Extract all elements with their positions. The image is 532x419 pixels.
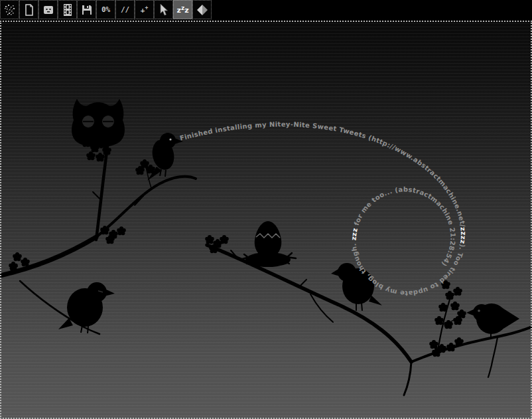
new-document-icon [24, 4, 34, 16]
bird-eye [478, 309, 480, 312]
save-button[interactable] [77, 0, 96, 19]
sleep-icon: zzz [176, 5, 188, 15]
nest-with-egg [240, 221, 296, 267]
cursor-button[interactable] [154, 0, 173, 19]
particles-icon [4, 4, 16, 16]
diamond-button[interactable] [192, 0, 212, 19]
sleeping-owl-silhouette [72, 99, 125, 147]
app-window: 0% // ++ zzz [0, 0, 532, 419]
toolbar: 0% // ++ zzz [0, 0, 532, 21]
cursor-icon [159, 4, 168, 16]
night-scene: Finished installing my Nitey-Nite Sweet … [0, 21, 532, 419]
tweet-text: Finished installing my Nitey-Nite Sweet … [179, 120, 467, 297]
face-icon [43, 5, 54, 15]
percent-label: 0% [101, 5, 110, 14]
filmstrip-button[interactable] [58, 0, 77, 19]
add-button[interactable]: ++ [135, 0, 154, 19]
sleeping-bird-silhouette [58, 282, 115, 333]
tweet-spiral-path [180, 127, 461, 292]
diamond-icon [196, 4, 209, 16]
perched-bird-silhouette [147, 133, 183, 181]
face-button[interactable] [38, 0, 58, 19]
save-icon [82, 5, 92, 15]
bird-eye [169, 138, 171, 140]
filmstrip-icon [64, 4, 72, 16]
slashes-label: // [121, 5, 129, 14]
egg-silhouette [255, 221, 282, 258]
add-label: ++ [141, 5, 148, 15]
canvas[interactable]: Finished installing my Nitey-Nite Sweet … [0, 21, 532, 419]
percent-button[interactable]: 0% [96, 0, 115, 19]
new-document-button[interactable] [19, 0, 38, 19]
particles-button[interactable] [0, 0, 19, 19]
slashes-button[interactable]: // [115, 0, 135, 19]
sleep-mode-button[interactable]: zzz [173, 0, 192, 19]
